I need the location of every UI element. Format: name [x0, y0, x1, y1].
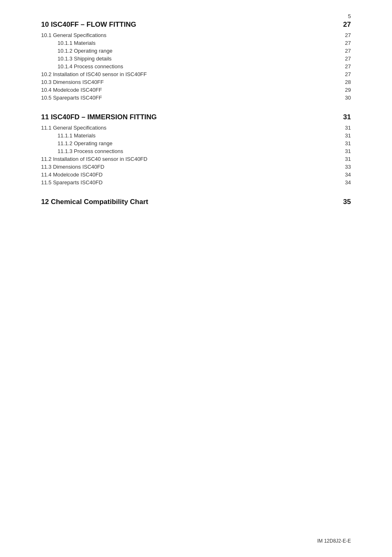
section-section12: 12 Chemical Compatibility Chart35: [41, 198, 351, 206]
toc-entry-label: 10.5 Spareparts ISC40FF: [41, 95, 102, 101]
page-number-bottom: IM 12D8J2-E-E: [317, 538, 351, 544]
toc-entry: 10.1.4 Process connections27: [41, 63, 351, 70]
toc-entry-label: 11.3 Dimensions ISC40FD: [41, 164, 104, 170]
toc-entry: 11.3 Dimensions ISC40FD33: [41, 163, 351, 171]
toc-entry-label: 11.1 General Specifications: [41, 125, 106, 131]
toc-entry-page: 31: [345, 140, 351, 146]
toc-entry-page: 31: [345, 132, 351, 139]
toc-entry-page: 27: [345, 63, 351, 70]
toc-entry: 10.1.3 Shipping details27: [41, 55, 351, 63]
section-section11: 11 ISC40FD – IMMERSION FITTING3111.1 Gen…: [41, 113, 351, 186]
toc-entry-page: 31: [345, 148, 351, 154]
toc-entry-page: 30: [345, 95, 351, 101]
toc-entry: 10.2 Installation of ISC40 sensor in ISC…: [41, 70, 351, 78]
toc-content: 10 ISC40FF – FLOW FITTING2710.1 General …: [41, 21, 351, 206]
toc-entry: 10.5 Spareparts ISC40FF30: [41, 94, 351, 102]
toc-entry-label: 10.1.3 Shipping details: [41, 56, 112, 62]
toc-entry-label: 11.2 Installation of ISC40 sensor in ISC…: [41, 156, 148, 162]
section-section10: 10 ISC40FF – FLOW FITTING2710.1 General …: [41, 21, 351, 102]
toc-entry-label: 11.1.2 Operating range: [41, 140, 113, 146]
toc-entry-page: 27: [345, 40, 351, 46]
toc-entry-page: 27: [345, 48, 351, 54]
toc-entry-label: 10.3 Dimensions ISC40FF: [41, 79, 104, 85]
toc-entry-page: 27: [345, 71, 351, 77]
toc-entry: 10.3 Dimensions ISC40FF28: [41, 78, 351, 86]
toc-entry-page: 27: [345, 56, 351, 62]
toc-entry-label: 10.1 General Specifications: [41, 32, 106, 38]
page-number-top: 5: [348, 13, 351, 19]
toc-entry-label: 10.1.1 Materials: [41, 40, 96, 46]
toc-entry: 11.1 General Specifications31: [41, 124, 351, 132]
section-heading-title-section10: 10 ISC40FF – FLOW FITTING: [41, 21, 136, 29]
section-heading-section10: 10 ISC40FF – FLOW FITTING27: [41, 21, 351, 29]
toc-entry-label: 11.1.1 Materials: [41, 132, 96, 139]
page-container: 5 10 ISC40FF – FLOW FITTING2710.1 Genera…: [0, 0, 392, 557]
section-heading-section11: 11 ISC40FD – IMMERSION FITTING31: [41, 113, 351, 121]
toc-entry: 11.1.3 Process connections31: [41, 147, 351, 155]
toc-entry-page: 34: [345, 172, 351, 178]
toc-entry-page: 31: [345, 156, 351, 162]
toc-entry-page: 27: [345, 32, 351, 38]
toc-entry: 10.1.1 Materials27: [41, 39, 351, 47]
toc-entry-label: 11.1.3 Process connections: [41, 148, 123, 154]
section-heading-page-section12: 35: [343, 198, 351, 206]
toc-entry-label: 10.1.4 Process connections: [41, 63, 123, 70]
toc-entry-page: 33: [345, 164, 351, 170]
section-heading-page-section10: 27: [343, 21, 351, 29]
section-heading-title-section11: 11 ISC40FD – IMMERSION FITTING: [41, 113, 157, 121]
toc-entry-page: 31: [345, 125, 351, 131]
toc-entry-label: 11.4 Modelcode ISC40FD: [41, 172, 103, 178]
toc-entry: 10.1.2 Operating range27: [41, 47, 351, 55]
toc-entry-label: 10.1.2 Operating range: [41, 48, 113, 54]
toc-entry: 11.2 Installation of ISC40 sensor in ISC…: [41, 155, 351, 163]
toc-entry: 11.1.2 Operating range31: [41, 139, 351, 147]
toc-entry: 10.1 General Specifications27: [41, 31, 351, 39]
section-heading-section12: 12 Chemical Compatibility Chart35: [41, 198, 351, 206]
toc-entry-page: 34: [345, 179, 351, 186]
toc-entry-page: 28: [345, 79, 351, 85]
toc-entry: 11.4 Modelcode ISC40FD34: [41, 171, 351, 179]
toc-entry: 11.5 Spareparts ISC40FD34: [41, 179, 351, 186]
toc-entry-label: 11.5 Spareparts ISC40FD: [41, 179, 103, 186]
section-heading-page-section11: 31: [343, 113, 351, 121]
toc-entry: 11.1.1 Materials31: [41, 132, 351, 139]
toc-entry: 10.4 Modelcode ISC40FF29: [41, 86, 351, 94]
toc-entry-label: 10.2 Installation of ISC40 sensor in ISC…: [41, 71, 147, 77]
toc-entry-page: 29: [345, 87, 351, 93]
section-heading-title-section12: 12 Chemical Compatibility Chart: [41, 198, 148, 206]
toc-entry-label: 10.4 Modelcode ISC40FF: [41, 87, 102, 93]
